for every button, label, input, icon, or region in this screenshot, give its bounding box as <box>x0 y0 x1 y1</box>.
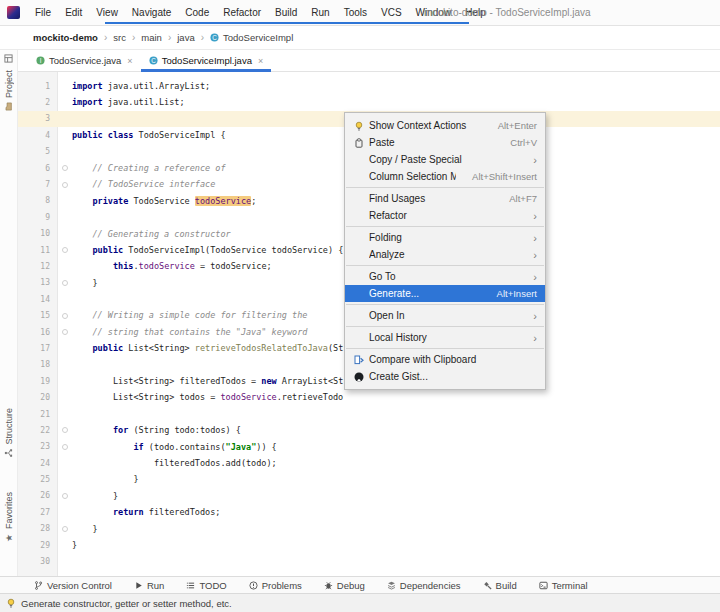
context-menu-folding[interactable]: Folding› <box>345 229 545 246</box>
menu-separator <box>346 265 544 266</box>
fold-marker-icon[interactable] <box>58 444 72 450</box>
line-number[interactable]: 5 <box>18 147 58 156</box>
line-number[interactable]: 25 <box>18 475 58 484</box>
toolwindow-build[interactable]: Build <box>483 580 517 591</box>
line-number[interactable]: 7 <box>18 180 58 189</box>
code-line[interactable]: 28 } <box>18 521 720 537</box>
line-number[interactable]: 27 <box>18 508 58 517</box>
context-menu-create-gist[interactable]: Create Gist... <box>345 368 545 385</box>
line-number[interactable]: 6 <box>18 164 58 173</box>
context-menu-paste[interactable]: PasteCtrl+V <box>345 134 545 151</box>
fold-marker-icon[interactable] <box>58 493 72 499</box>
line-number[interactable]: 15 <box>18 311 58 320</box>
line-number[interactable]: 16 <box>18 328 58 337</box>
menu-file[interactable]: File <box>28 0 58 25</box>
breadcrumb-item[interactable]: src <box>110 32 129 43</box>
line-number[interactable]: 11 <box>18 246 58 255</box>
line-number[interactable]: 3 <box>18 114 58 123</box>
code-line[interactable]: 22 for (String todo:todos) { <box>18 422 720 438</box>
fold-marker-icon[interactable] <box>58 313 72 319</box>
toolwindow-version-control[interactable]: Version Control <box>34 580 112 591</box>
code-line[interactable]: 30 <box>18 553 720 569</box>
tab-todoservice-java[interactable]: ITodoService.java× <box>28 50 141 71</box>
toolwindow-debug[interactable]: Debug <box>324 580 365 591</box>
context-menu-show-context-actions[interactable]: Show Context ActionsAlt+Enter <box>345 117 545 134</box>
code-text: if (todo.contains("Java")) { <box>72 439 277 455</box>
hide-windows-icon[interactable] <box>4 54 14 64</box>
line-number[interactable]: 28 <box>18 524 58 533</box>
breadcrumb-item[interactable]: mockito-demo <box>30 32 101 43</box>
line-number[interactable]: 2 <box>18 98 58 107</box>
line-number[interactable]: 23 <box>18 442 58 451</box>
tab-todoserviceimpl-java[interactable]: CTodoServiceImpl.java× <box>141 50 272 71</box>
context-menu-find-usages[interactable]: Find UsagesAlt+F7 <box>345 190 545 207</box>
code-line[interactable]: 26 } <box>18 488 720 504</box>
line-number[interactable]: 20 <box>18 393 58 402</box>
context-menu-open-in[interactable]: Open In› <box>345 307 545 324</box>
line-number[interactable]: 13 <box>18 278 58 287</box>
toolwindow-dependencies[interactable]: Dependencies <box>387 580 461 591</box>
tool-strip-structure[interactable]: Structure <box>0 408 18 458</box>
code-text: // string that contains the "Java" keywo… <box>72 324 307 340</box>
line-number[interactable]: 1 <box>18 82 58 91</box>
toolwindow-problems[interactable]: Problems <box>249 580 302 591</box>
context-menu-column-selection-mode[interactable]: Column Selection ModeAlt+Shift+Insert <box>345 168 545 185</box>
close-icon[interactable]: × <box>127 56 132 66</box>
toolwindow-run[interactable]: Run <box>134 580 164 591</box>
code-line[interactable]: 1import java.util.ArrayList; <box>18 78 720 94</box>
line-number[interactable]: 14 <box>18 295 58 304</box>
code-line[interactable]: 25 } <box>18 471 720 487</box>
close-icon[interactable]: × <box>258 56 263 66</box>
toolwindow-label: Run <box>147 580 164 591</box>
breadcrumb-item[interactable]: java <box>174 32 197 43</box>
breadcrumb-separator: › <box>165 32 174 43</box>
context-menu-refactor[interactable]: Refactor› <box>345 207 545 224</box>
context-menu-analyze[interactable]: Analyze› <box>345 246 545 263</box>
fold-marker-icon[interactable] <box>58 280 72 286</box>
fold-marker-icon[interactable] <box>58 329 72 335</box>
line-number[interactable]: 24 <box>18 459 58 468</box>
line-number[interactable]: 9 <box>18 213 58 222</box>
line-number[interactable]: 30 <box>18 557 58 566</box>
line-number[interactable]: 19 <box>18 377 58 386</box>
fold-marker-icon[interactable] <box>58 526 72 532</box>
fold-marker-icon[interactable] <box>58 165 72 171</box>
fold-marker-icon[interactable] <box>58 247 72 253</box>
context-menu-go-to[interactable]: Go To› <box>345 268 545 285</box>
line-number[interactable]: 12 <box>18 262 58 271</box>
menu-separator <box>346 226 544 227</box>
fold-marker-icon[interactable] <box>58 427 72 433</box>
tool-strip-project[interactable]: Project <box>0 70 18 111</box>
code-text: List<String> filteredTodos = new ArrayLi… <box>72 373 343 389</box>
line-number[interactable]: 18 <box>18 360 58 369</box>
line-number[interactable]: 8 <box>18 196 58 205</box>
fold-marker-icon[interactable] <box>58 182 72 188</box>
code-line[interactable]: 2import java.util.List; <box>18 94 720 110</box>
line-number[interactable]: 29 <box>18 541 58 550</box>
menu-edit[interactable]: Edit <box>58 0 89 25</box>
code-line[interactable]: 23 if (todo.contains("Java")) { <box>18 439 720 455</box>
toolwindow-terminal[interactable]: Terminal <box>539 580 588 591</box>
code-line[interactable]: 27 return filteredTodos; <box>18 504 720 520</box>
menu-item-label: Compare with Clipboard <box>369 354 537 365</box>
line-number[interactable]: 10 <box>18 229 58 238</box>
line-number[interactable]: 22 <box>18 426 58 435</box>
tool-strip-favorites[interactable]: ★Favorites <box>0 492 18 543</box>
code-line[interactable]: 21 <box>18 406 720 422</box>
line-number[interactable]: 4 <box>18 131 58 140</box>
code-line[interactable]: 20 List<String> todos = todoService.retr… <box>18 389 720 405</box>
breadcrumb-class[interactable]: CTodoServiceImpl <box>207 32 296 43</box>
context-menu-local-history[interactable]: Local History› <box>345 329 545 346</box>
menu-separator <box>346 326 544 327</box>
code-line[interactable]: 24 filteredTodos.add(todo); <box>18 455 720 471</box>
toolwindow-todo[interactable]: TODO <box>186 580 226 591</box>
code-text: // Creating a reference of <box>72 160 226 176</box>
context-menu-copy-paste-special[interactable]: Copy / Paste Special› <box>345 151 545 168</box>
code-line[interactable]: 29} <box>18 537 720 553</box>
line-number[interactable]: 17 <box>18 344 58 353</box>
breadcrumb-item[interactable]: main <box>138 32 165 43</box>
line-number[interactable]: 26 <box>18 491 58 500</box>
line-number[interactable]: 21 <box>18 410 58 419</box>
context-menu-compare-with-clipboard[interactable]: Compare with Clipboard <box>345 351 545 368</box>
context-menu-generate[interactable]: Generate...Alt+Insert <box>345 285 545 302</box>
